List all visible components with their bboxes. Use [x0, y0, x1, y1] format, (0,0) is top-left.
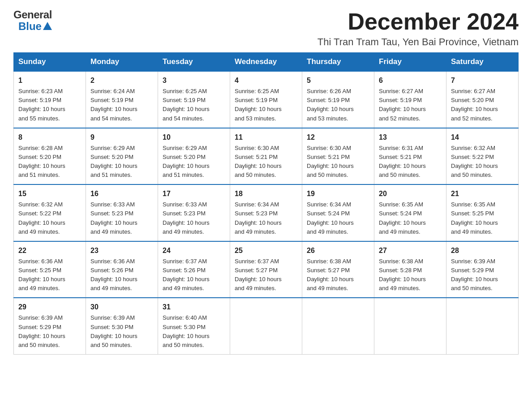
calendar-cell: 14Sunrise: 6:32 AMSunset: 5:22 PMDayligh…	[446, 128, 519, 185]
calendar-header-row: Sunday Monday Tuesday Wednesday Thursday…	[14, 53, 519, 72]
day-number: 3	[163, 75, 225, 86]
day-number: 7	[451, 75, 514, 86]
col-thursday: Thursday	[302, 53, 374, 72]
day-info: Sunrise: 6:27 AMSunset: 5:20 PMDaylight:…	[451, 87, 514, 123]
day-info: Sunrise: 6:39 AMSunset: 5:30 PMDaylight:…	[90, 313, 153, 350]
calendar-cell: 31Sunrise: 6:40 AMSunset: 5:30 PMDayligh…	[158, 298, 230, 354]
day-info: Sunrise: 6:23 AMSunset: 5:19 PMDaylight:…	[18, 87, 81, 123]
calendar-cell: 30Sunrise: 6:39 AMSunset: 5:30 PMDayligh…	[86, 298, 158, 354]
day-info: Sunrise: 6:37 AMSunset: 5:26 PMDaylight:…	[163, 257, 225, 293]
day-info: Sunrise: 6:24 AMSunset: 5:19 PMDaylight:…	[90, 87, 153, 123]
calendar-cell: 13Sunrise: 6:31 AMSunset: 5:21 PMDayligh…	[374, 128, 446, 185]
day-info: Sunrise: 6:25 AMSunset: 5:19 PMDaylight:…	[163, 87, 225, 123]
calendar-cell: 2Sunrise: 6:24 AMSunset: 5:19 PMDaylight…	[86, 71, 158, 128]
calendar-cell: 4Sunrise: 6:25 AMSunset: 5:19 PMDaylight…	[230, 71, 302, 128]
header: General Blue December 2024 Thi Tran Tram…	[13, 9, 519, 48]
day-number: 29	[18, 302, 81, 313]
calendar-cell: 9Sunrise: 6:29 AMSunset: 5:20 PMDaylight…	[86, 128, 158, 185]
logo: General Blue	[13, 9, 52, 33]
calendar-cell: 15Sunrise: 6:32 AMSunset: 5:22 PMDayligh…	[14, 184, 86, 241]
calendar-cell: 3Sunrise: 6:25 AMSunset: 5:19 PMDaylight…	[158, 71, 230, 128]
col-monday: Monday	[86, 53, 158, 72]
day-info: Sunrise: 6:35 AMSunset: 5:24 PMDaylight:…	[379, 200, 442, 236]
day-info: Sunrise: 6:34 AMSunset: 5:24 PMDaylight:…	[307, 200, 369, 236]
day-number: 11	[235, 132, 297, 143]
day-info: Sunrise: 6:33 AMSunset: 5:23 PMDaylight:…	[90, 200, 153, 236]
day-number: 14	[451, 132, 514, 143]
day-info: Sunrise: 6:37 AMSunset: 5:27 PMDaylight:…	[235, 257, 297, 293]
day-number: 10	[163, 132, 225, 143]
calendar-cell: 27Sunrise: 6:38 AMSunset: 5:28 PMDayligh…	[374, 241, 446, 298]
calendar-cell: 11Sunrise: 6:30 AMSunset: 5:21 PMDayligh…	[230, 128, 302, 185]
calendar-cell	[374, 298, 446, 354]
day-info: Sunrise: 6:29 AMSunset: 5:20 PMDaylight:…	[90, 144, 153, 180]
day-number: 23	[90, 245, 153, 256]
calendar-table: Sunday Monday Tuesday Wednesday Thursday…	[13, 52, 519, 355]
day-number: 9	[90, 132, 153, 143]
calendar-cell: 5Sunrise: 6:26 AMSunset: 5:19 PMDaylight…	[302, 71, 374, 128]
day-number: 1	[18, 75, 81, 86]
day-info: Sunrise: 6:33 AMSunset: 5:23 PMDaylight:…	[163, 200, 225, 236]
calendar-cell: 23Sunrise: 6:36 AMSunset: 5:26 PMDayligh…	[86, 241, 158, 298]
day-number: 15	[18, 188, 81, 199]
calendar-cell	[302, 298, 374, 354]
col-friday: Friday	[374, 53, 446, 72]
calendar-cell	[230, 298, 302, 354]
day-number: 26	[307, 245, 369, 256]
day-info: Sunrise: 6:32 AMSunset: 5:22 PMDaylight:…	[451, 144, 514, 180]
calendar-week-2: 8Sunrise: 6:28 AMSunset: 5:20 PMDaylight…	[14, 128, 519, 185]
day-number: 31	[163, 302, 225, 313]
day-number: 21	[451, 188, 514, 199]
day-info: Sunrise: 6:28 AMSunset: 5:20 PMDaylight:…	[18, 144, 81, 180]
day-number: 27	[379, 245, 442, 256]
col-sunday: Sunday	[14, 53, 86, 72]
day-info: Sunrise: 6:36 AMSunset: 5:25 PMDaylight:…	[18, 257, 81, 293]
day-number: 18	[235, 188, 297, 199]
day-number: 2	[90, 75, 153, 86]
logo-general: General	[13, 9, 52, 21]
day-number: 16	[90, 188, 153, 199]
day-number: 5	[307, 75, 369, 86]
calendar-cell: 24Sunrise: 6:37 AMSunset: 5:26 PMDayligh…	[158, 241, 230, 298]
day-number: 17	[163, 188, 225, 199]
col-tuesday: Tuesday	[158, 53, 230, 72]
calendar-week-1: 1Sunrise: 6:23 AMSunset: 5:19 PMDaylight…	[14, 71, 519, 128]
day-info: Sunrise: 6:29 AMSunset: 5:20 PMDaylight:…	[163, 144, 225, 180]
day-number: 6	[379, 75, 442, 86]
title-area: December 2024 Thi Tran Tram Tau, Yen Bai…	[317, 9, 519, 48]
day-number: 30	[90, 302, 153, 313]
calendar-week-4: 22Sunrise: 6:36 AMSunset: 5:25 PMDayligh…	[14, 241, 519, 298]
calendar-cell: 7Sunrise: 6:27 AMSunset: 5:20 PMDaylight…	[446, 71, 519, 128]
day-info: Sunrise: 6:39 AMSunset: 5:29 PMDaylight:…	[18, 313, 81, 350]
day-info: Sunrise: 6:38 AMSunset: 5:28 PMDaylight:…	[379, 257, 442, 293]
day-info: Sunrise: 6:36 AMSunset: 5:26 PMDaylight:…	[90, 257, 153, 293]
calendar-cell: 10Sunrise: 6:29 AMSunset: 5:20 PMDayligh…	[158, 128, 230, 185]
day-info: Sunrise: 6:31 AMSunset: 5:21 PMDaylight:…	[379, 144, 442, 180]
calendar-cell: 17Sunrise: 6:33 AMSunset: 5:23 PMDayligh…	[158, 184, 230, 241]
day-number: 13	[379, 132, 442, 143]
day-info: Sunrise: 6:40 AMSunset: 5:30 PMDaylight:…	[163, 313, 225, 350]
col-saturday: Saturday	[446, 53, 519, 72]
day-info: Sunrise: 6:25 AMSunset: 5:19 PMDaylight:…	[235, 87, 297, 123]
location-subtitle: Thi Tran Tram Tau, Yen Bai Province, Vie…	[317, 36, 519, 48]
calendar-cell: 26Sunrise: 6:38 AMSunset: 5:27 PMDayligh…	[302, 241, 374, 298]
day-info: Sunrise: 6:34 AMSunset: 5:23 PMDaylight:…	[235, 200, 297, 236]
day-number: 8	[18, 132, 81, 143]
calendar-cell: 12Sunrise: 6:30 AMSunset: 5:21 PMDayligh…	[302, 128, 374, 185]
day-number: 22	[18, 245, 81, 256]
calendar-cell: 1Sunrise: 6:23 AMSunset: 5:19 PMDaylight…	[14, 71, 86, 128]
calendar-cell: 29Sunrise: 6:39 AMSunset: 5:29 PMDayligh…	[14, 298, 86, 354]
day-info: Sunrise: 6:38 AMSunset: 5:27 PMDaylight:…	[307, 257, 369, 293]
day-number: 28	[451, 245, 514, 256]
day-info: Sunrise: 6:30 AMSunset: 5:21 PMDaylight:…	[307, 144, 369, 180]
calendar-cell: 8Sunrise: 6:28 AMSunset: 5:20 PMDaylight…	[14, 128, 86, 185]
calendar-cell: 25Sunrise: 6:37 AMSunset: 5:27 PMDayligh…	[230, 241, 302, 298]
day-info: Sunrise: 6:39 AMSunset: 5:29 PMDaylight:…	[451, 257, 514, 293]
calendar-cell: 28Sunrise: 6:39 AMSunset: 5:29 PMDayligh…	[446, 241, 519, 298]
day-info: Sunrise: 6:35 AMSunset: 5:25 PMDaylight:…	[451, 200, 514, 236]
day-info: Sunrise: 6:30 AMSunset: 5:21 PMDaylight:…	[235, 144, 297, 180]
day-number: 25	[235, 245, 297, 256]
calendar-cell: 16Sunrise: 6:33 AMSunset: 5:23 PMDayligh…	[86, 184, 158, 241]
calendar-week-5: 29Sunrise: 6:39 AMSunset: 5:29 PMDayligh…	[14, 298, 519, 354]
day-number: 20	[379, 188, 442, 199]
